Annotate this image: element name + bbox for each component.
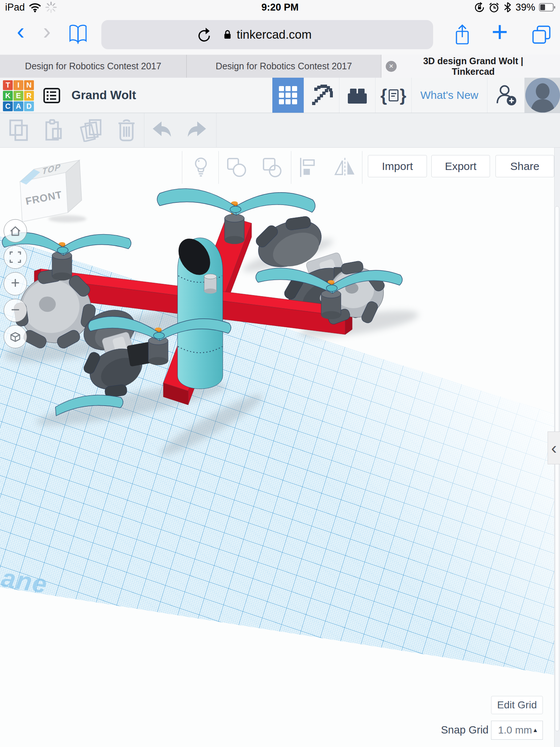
perspective-cube-icon: [9, 330, 22, 343]
zoom-out-button[interactable]: −: [4, 299, 27, 322]
undo-icon: [150, 119, 173, 142]
toolbar-divider: [144, 113, 144, 148]
browser-tab-bar: Design for Robotics Contest 2017 Design …: [0, 55, 560, 78]
snap-grid-label: Snap Grid: [430, 724, 489, 736]
3d-viewport[interactable]: ane TOP FRONT: [0, 148, 560, 747]
brick-export-button[interactable]: [339, 78, 375, 113]
home-icon: [9, 224, 22, 237]
undo-button[interactable]: [150, 119, 173, 143]
blocks-view-button-selected[interactable]: [272, 78, 304, 113]
tabs-icon: [532, 25, 551, 45]
design-properties-button[interactable]: [43, 87, 61, 106]
body-peg[interactable]: [204, 274, 217, 294]
chevron-left-icon: ‹: [551, 438, 557, 458]
duplicate-icon: [79, 119, 104, 142]
logo-tile: A: [13, 101, 23, 111]
toolbar-divider: [182, 151, 182, 184]
code-blocks-button[interactable]: {}: [375, 78, 411, 113]
mirror-icon: [333, 156, 356, 179]
forward-button[interactable]: ›: [43, 18, 51, 44]
group-icon: [225, 156, 248, 179]
reload-icon: [196, 26, 213, 44]
tab-1[interactable]: Design for Robotics Contest 2017: [0, 55, 187, 78]
whats-new-link[interactable]: What's New: [411, 78, 487, 113]
show-all-button[interactable]: [190, 156, 212, 180]
logo-tile: I: [13, 80, 23, 90]
logo-tile: T: [3, 80, 13, 90]
tinkercad-logo[interactable]: T I N K E R C A D: [3, 80, 34, 111]
book-icon: [69, 23, 88, 46]
bookmarks-button[interactable]: [69, 23, 88, 47]
ungroup-button[interactable]: [261, 156, 284, 180]
logo-tile: C: [3, 101, 13, 111]
zoom-in-button[interactable]: +: [4, 272, 27, 295]
bluetooth-icon: [503, 1, 512, 13]
camera-body[interactable]: [172, 233, 223, 389]
tab-overview-button[interactable]: [532, 25, 551, 47]
view-cube-shadow: [48, 215, 86, 222]
canvas-action-toolbar: Import Export Share: [0, 149, 554, 186]
paste-button[interactable]: [42, 119, 65, 143]
share-button[interactable]: Share: [495, 155, 554, 177]
copy-button[interactable]: [8, 119, 31, 143]
add-person-icon: [495, 84, 517, 107]
ipad-screen: iPad 9:20 PM: [0, 0, 560, 747]
delete-button[interactable]: [115, 119, 138, 143]
rotation-lock-icon: [474, 2, 485, 13]
close-tab-icon[interactable]: ✕: [386, 61, 397, 72]
zoom-out-icon: −: [11, 302, 20, 317]
alarm-icon: [489, 2, 499, 13]
toolbar-divider: [218, 151, 219, 184]
snap-grid-dropdown[interactable]: 1.0 mm ▲: [491, 721, 543, 740]
back-button[interactable]: ‹: [17, 18, 24, 44]
ungroup-icon: [261, 156, 284, 179]
caret-up-icon: ▲: [532, 727, 538, 734]
fit-view-icon: [9, 251, 22, 264]
lego-brick-icon: [346, 85, 369, 106]
share-sheet-button[interactable]: [454, 23, 471, 48]
invite-collaborator-button[interactable]: [487, 78, 524, 113]
browser-toolbar: ‹ › tinkercad.com: [0, 15, 560, 55]
minecraft-export-button[interactable]: [304, 78, 339, 113]
mirror-button[interactable]: [333, 156, 356, 180]
whats-new-label: What's New: [420, 89, 478, 101]
tab-2[interactable]: Design for Robotics Contest 2017: [187, 55, 381, 78]
battery-icon: [539, 2, 556, 12]
home-view-button[interactable]: [4, 219, 27, 243]
scrollbar-thumb[interactable]: [555, 206, 559, 731]
snap-grid-value: 1.0 mm: [498, 724, 532, 736]
trash-icon: [115, 119, 138, 142]
share-icon: [454, 23, 471, 47]
tab-1-title: Design for Robotics Contest 2017: [25, 61, 162, 71]
redo-icon: [186, 119, 209, 142]
zoom-in-icon: +: [11, 275, 20, 291]
tab-3-active[interactable]: ✕ 3D design Grand Wolt | Tinkercad: [381, 55, 560, 78]
logo-tile: R: [24, 91, 34, 101]
new-tab-button[interactable]: +: [491, 15, 508, 49]
shapes-panel-handle[interactable]: ‹: [548, 431, 560, 464]
perspective-toggle-button[interactable]: [4, 325, 27, 348]
code-blocks-icon: {}: [381, 85, 407, 105]
align-icon: [298, 156, 320, 179]
align-button[interactable]: [298, 156, 320, 180]
logo-tile: E: [13, 91, 23, 101]
https-lock-icon: [223, 29, 232, 40]
account-menu[interactable]: [524, 78, 560, 113]
reload-button[interactable]: [196, 26, 213, 45]
edit-grid-button[interactable]: Edit Grid: [491, 696, 543, 714]
tab-3-title: 3D design Grand Wolt | Tinkercad: [402, 56, 560, 77]
status-bar: iPad 9:20 PM: [0, 0, 560, 15]
export-button[interactable]: Export: [431, 155, 490, 177]
copy-icon: [8, 119, 31, 142]
edit-toolbar: [0, 113, 560, 148]
logo-tile: N: [24, 80, 34, 90]
avatar: [525, 78, 560, 113]
import-button[interactable]: Import: [368, 155, 427, 177]
group-button[interactable]: [225, 156, 248, 180]
fit-view-button[interactable]: [4, 245, 27, 269]
duplicate-button[interactable]: [79, 119, 104, 143]
redo-button[interactable]: [186, 119, 209, 143]
list-icon: [43, 87, 61, 104]
toolbar-divider: [362, 151, 362, 184]
address-bar[interactable]: tinkercad.com: [101, 20, 433, 49]
